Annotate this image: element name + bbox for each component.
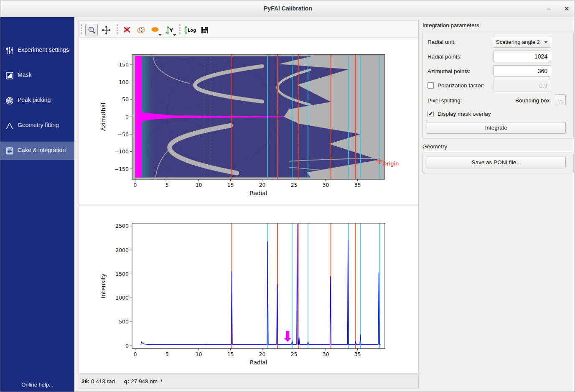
x-axis-label: Radial: [250, 359, 267, 366]
y-tick-label: −50: [118, 131, 129, 137]
azimuthal-points-input[interactable]: [494, 65, 551, 77]
pixel-splitting-value: Bounding box: [515, 97, 550, 104]
polarization-input: [494, 80, 551, 92]
x-tick-label: 15: [227, 182, 234, 188]
y-tick-label: 150: [119, 61, 129, 68]
save-figure-button[interactable]: [198, 24, 211, 36]
chevron-down-icon: [544, 41, 547, 43]
y-axis-options-button[interactable]: Y a: [164, 24, 176, 36]
close-button[interactable]: ✕: [561, 4, 572, 14]
y-tick-label: 1000: [115, 295, 129, 301]
toolbar-handle: [81, 24, 82, 34]
sidebar-item-label: Experiment settings: [18, 46, 69, 53]
mask-overlay-checkbox[interactable]: ✔: [427, 111, 434, 117]
y-tick-label: 50: [122, 96, 129, 102]
mask-icon: [5, 71, 14, 80]
pixel-splitting-more-button[interactable]: ...: [555, 94, 566, 105]
sidebar: Experiment settings Mask Peak picking: [0, 17, 74, 392]
integrate-button[interactable]: Integrate: [427, 122, 566, 134]
sidebar-item-label: Mask: [18, 71, 31, 78]
palette-icon: [136, 25, 146, 35]
magnifier-x-icon: [122, 25, 132, 35]
y-tick-label: 500: [119, 318, 129, 325]
mask-overlay-label: Display mask overlay: [438, 111, 491, 117]
svg-text:a: a: [165, 31, 168, 34]
pixel-splitting-label: Pixel splitting:: [427, 97, 462, 104]
azimuthal-points-label: Azimuthal points:: [427, 68, 471, 74]
status-bar: 2θ: 0.413 rad q: 27.948 nm⁻¹: [79, 374, 419, 389]
target-rings-icon: [5, 96, 14, 105]
y-axis-label: Azimuthal: [100, 103, 107, 131]
sidebar-item-label: Geometry fitting: [18, 122, 59, 128]
sidebar-item-mask[interactable]: Mask: [0, 66, 74, 85]
svg-text:Log: Log: [188, 28, 196, 33]
x-tick-label: 35: [354, 351, 361, 357]
q-label: q:: [124, 378, 130, 384]
plot-splitter[interactable]: [79, 204, 418, 206]
q-value: 27.948 nm⁻¹: [131, 378, 162, 384]
y-axis-label: Intensity: [100, 274, 107, 298]
minimize-button[interactable]: –: [544, 4, 555, 14]
chevron-down-icon: [173, 34, 176, 36]
checkmark: ✔: [428, 111, 433, 117]
zoom-reset-button[interactable]: [121, 24, 133, 36]
y-tick-label: 1500: [115, 271, 129, 277]
sidebar-item-cake-integration[interactable]: Cake & integration: [0, 142, 74, 160]
y-tick-label: −150: [114, 166, 129, 172]
x-tick-label: 20: [259, 182, 266, 188]
two-theta-label: 2θ:: [81, 378, 89, 384]
radial-unit-select[interactable]: Scattering angle 2: [493, 36, 551, 48]
chevron-down-icon: [158, 34, 162, 36]
peak-curve-icon: [5, 121, 14, 130]
x-tick-label: 5: [165, 182, 169, 188]
x-tick-label: 20: [259, 351, 266, 357]
cursor-arrow-marker: [284, 331, 291, 342]
y-tick-label: 0: [125, 343, 129, 349]
integration-plot[interactable]: 0510152025303505001000150020002500Radial…: [99, 218, 404, 374]
sidebar-item-label: Cake & integration: [18, 147, 66, 153]
radial-points-input[interactable]: [494, 51, 551, 62]
axes-frame: [132, 223, 385, 349]
toolbar-separator: [179, 24, 181, 34]
radial-unit-label: Radial unit:: [427, 39, 456, 45]
title-bar[interactable]: PyFAI Calibration – ✕: [0, 0, 575, 17]
svg-text:Y: Y: [169, 28, 173, 33]
sidebar-item-experiment-settings[interactable]: Experiment settings: [0, 41, 74, 60]
magnifier-icon: [87, 25, 97, 36]
cake-integration-icon: [5, 146, 14, 155]
polarization-checkbox[interactable]: [427, 82, 434, 89]
x-tick-label: 0: [134, 351, 137, 357]
online-help-link[interactable]: Online help...: [0, 382, 74, 388]
colormap-button[interactable]: [135, 24, 148, 36]
y-tick-label: 2500: [115, 223, 129, 229]
application-window: PyFAI Calibration – ✕ Experiment setting…: [0, 0, 575, 392]
x-tick-label: 25: [291, 182, 298, 188]
mask-ellipse-tool-button[interactable]: [149, 24, 162, 36]
sidebar-item-geometry-fitting[interactable]: Geometry fitting: [0, 117, 74, 135]
pan-mode-button[interactable]: [100, 24, 112, 36]
log-scale-button[interactable]: Log: [183, 24, 196, 36]
x-tick-label: 0: [134, 182, 137, 188]
sliders-icon: [5, 46, 14, 55]
floppy-disk-icon: [200, 25, 210, 35]
x-tick-label: 35: [354, 182, 361, 188]
integration-parameters-title: Integration parameters: [422, 22, 479, 28]
plot-toolbar: Y a Log: [79, 20, 418, 38]
intensity-curve: [141, 224, 380, 345]
geometry-title: Geometry: [422, 143, 447, 150]
x-tick-label: 10: [196, 182, 202, 188]
cake-plot[interactable]: 05101520253035150100500−50−100−150Radial…: [99, 50, 404, 204]
x-tick-label: 30: [323, 182, 329, 188]
pan-arrows-icon: [101, 25, 111, 35]
x-tick-label: 25: [291, 351, 298, 357]
two-theta-value: 0.413 rad: [91, 378, 115, 384]
y-tick-label: 2000: [115, 247, 129, 253]
sidebar-item-peak-picking[interactable]: Peak picking: [0, 92, 74, 110]
x-tick-label: 30: [323, 351, 329, 357]
log-scale-icon: Log: [184, 25, 196, 35]
save-poni-button[interactable]: Save as PONI file...: [427, 157, 566, 168]
y-tick-label: 100: [119, 79, 129, 85]
zoom-mode-button[interactable]: [85, 24, 98, 36]
x-tick-label: 5: [165, 351, 169, 357]
y-tick-label: −100: [114, 148, 129, 155]
